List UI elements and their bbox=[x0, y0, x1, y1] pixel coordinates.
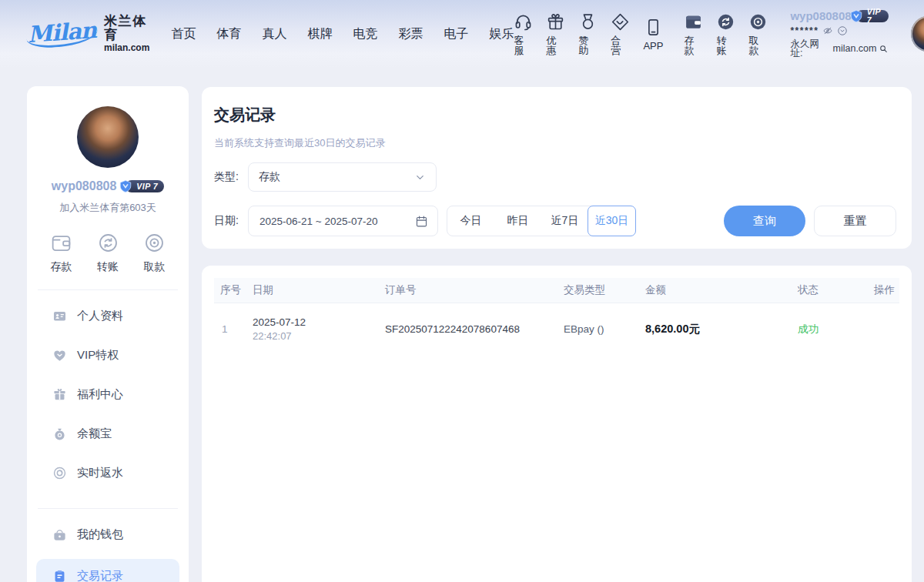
vip-shield-icon bbox=[119, 179, 132, 193]
sidebar-item-transactions[interactable]: 交易记录 bbox=[36, 559, 179, 582]
wallet-outline-icon bbox=[50, 232, 72, 254]
query-button[interactable]: 查询 bbox=[724, 206, 805, 236]
menu-item-live[interactable]: 真人 bbox=[262, 26, 286, 42]
gift-filled-icon bbox=[52, 387, 67, 402]
menu-item-cards[interactable]: 棋牌 bbox=[307, 26, 332, 42]
headset-icon bbox=[514, 12, 533, 32]
withdraw-label: 取款 bbox=[748, 35, 768, 55]
brand-logo-script: Milan bbox=[25, 18, 99, 48]
brand-name-cn: 米兰体育 bbox=[104, 15, 149, 43]
phone-icon bbox=[644, 18, 663, 37]
partner-label: 合营 bbox=[611, 35, 630, 55]
sidebar-withdraw-button[interactable]: 取款 bbox=[143, 232, 166, 274]
sidebar-deposit-label: 存款 bbox=[51, 260, 72, 274]
eye-off-icon[interactable] bbox=[822, 25, 833, 36]
col-header-date: 日期 bbox=[253, 283, 385, 297]
sidebar-item-label: 我的钱包 bbox=[77, 527, 123, 542]
vip-label: VIP 7 bbox=[867, 8, 883, 24]
transfer-label: 转账 bbox=[716, 35, 735, 55]
sidebar-item-wallet[interactable]: 我的钱包 bbox=[27, 515, 189, 554]
type-select-value: 存款 bbox=[259, 170, 280, 184]
col-header-index: 序号 bbox=[214, 283, 253, 297]
sidebar-deposit-button[interactable]: 存款 bbox=[50, 232, 72, 274]
page-subtitle: 当前系统支持查询最近30日的交易记录 bbox=[214, 136, 896, 150]
masked-balance: ****** bbox=[790, 26, 819, 35]
sponsor-label: 赞助 bbox=[578, 35, 598, 55]
medal-icon bbox=[578, 12, 598, 32]
promo-button[interactable]: 优惠 bbox=[546, 12, 565, 55]
partner-button[interactable]: 合营 bbox=[611, 12, 630, 55]
user-avatar[interactable] bbox=[911, 16, 924, 52]
app-label: APP bbox=[643, 41, 663, 51]
transaction-filter-panel: 交易记录 当前系统支持查询最近30日的交易记录 类型: 存款 日期: 2025-… bbox=[202, 87, 912, 249]
sidebar-item-label: 交易记录 bbox=[77, 569, 123, 582]
purse-icon bbox=[52, 527, 67, 542]
menu-item-entertainment[interactable]: 娱乐 bbox=[489, 26, 514, 42]
withdraw-button[interactable]: 取款 bbox=[748, 12, 768, 55]
profile-sidebar: wyp080808 VIP 7 加入米兰体育第603天 存款 bbox=[27, 86, 189, 582]
menu-item-sports[interactable]: 体育 bbox=[216, 26, 241, 42]
service-button[interactable]: 客服 bbox=[514, 12, 533, 55]
range-today-button[interactable]: 今日 bbox=[447, 206, 494, 236]
app-button[interactable]: APP bbox=[643, 18, 663, 51]
sidebar-item-label: 余额宝 bbox=[77, 426, 112, 441]
cell-date: 2025-07-12 22:42:07 bbox=[253, 316, 385, 342]
clipboard-icon bbox=[52, 569, 67, 582]
date-range-input[interactable]: 2025-06-21 ~ 2025-07-20 bbox=[248, 206, 438, 236]
menu-item-home[interactable]: 首页 bbox=[171, 26, 196, 42]
range-30days-button[interactable]: 近30日 bbox=[588, 206, 636, 236]
vip-shield-icon bbox=[849, 9, 863, 23]
type-select[interactable]: 存款 bbox=[248, 162, 437, 192]
page-title: 交易记录 bbox=[214, 105, 896, 125]
gift-icon bbox=[546, 12, 565, 32]
sidebar-item-label: VIP特权 bbox=[77, 348, 119, 363]
service-label: 客服 bbox=[514, 35, 533, 55]
cell-date-day: 2025-07-12 bbox=[253, 316, 385, 328]
brand-domain: milan.com bbox=[104, 43, 149, 53]
range-yesterday-button[interactable]: 昨日 bbox=[494, 206, 541, 236]
sidebar-item-label: 实时返水 bbox=[77, 466, 123, 480]
sponsor-button[interactable]: 赞助 bbox=[578, 12, 598, 55]
table-row: 1 2025-07-12 22:42:07 SF2025071222420786… bbox=[214, 303, 899, 355]
handshake-diamond-icon bbox=[611, 12, 630, 32]
cell-amount: 8,620.00元 bbox=[645, 322, 798, 336]
brand-logo[interactable]: Milan 米兰体育 milan.com bbox=[26, 15, 149, 54]
sidebar-item-welfare[interactable]: 福利中心 bbox=[27, 375, 189, 414]
menu-item-lottery[interactable]: 彩票 bbox=[398, 26, 423, 42]
coin-outline-icon bbox=[143, 232, 166, 254]
rebate-icon bbox=[52, 466, 67, 480]
profile-avatar[interactable] bbox=[77, 106, 139, 168]
type-label: 类型: bbox=[214, 170, 248, 184]
promo-label: 优惠 bbox=[546, 35, 565, 55]
cell-status: 成功 bbox=[798, 323, 862, 336]
username[interactable]: wyp080808 bbox=[790, 10, 851, 22]
profile-username: wyp080808 bbox=[52, 179, 117, 193]
col-header-order: 订单号 bbox=[385, 283, 564, 297]
main-menu: 首页 体育 真人 棋牌 电竞 彩票 电子 娱乐 bbox=[171, 26, 514, 42]
coin-filled-icon bbox=[748, 12, 768, 32]
sidebar-transfer-button[interactable]: 转账 bbox=[97, 232, 119, 274]
sidebar-item-profile[interactable]: 个人资料 bbox=[27, 296, 189, 336]
vip-badge: VIP 7 bbox=[856, 10, 889, 22]
wallet-quick-actions: 存款 转账 取款 bbox=[27, 232, 189, 274]
chevron-circle-icon[interactable] bbox=[837, 25, 848, 36]
sidebar-item-rebate[interactable]: 实时返水 bbox=[27, 453, 189, 493]
col-header-type: 交易类型 bbox=[564, 283, 645, 297]
menu-item-slots[interactable]: 电子 bbox=[444, 26, 468, 42]
range-7days-button[interactable]: 近7日 bbox=[541, 206, 588, 236]
deposit-button[interactable]: 存款 bbox=[684, 12, 703, 55]
sidebar-item-yuebao[interactable]: 余额宝 bbox=[27, 414, 189, 453]
reset-button[interactable]: 重置 bbox=[814, 206, 896, 236]
transfer-filled-icon bbox=[716, 12, 735, 32]
table-header-row: 序号 日期 订单号 交易类型 金额 状态 操作 bbox=[214, 278, 899, 303]
sidebar-item-label: 福利中心 bbox=[77, 387, 123, 402]
type-filter-row: 类型: 存款 bbox=[214, 162, 896, 192]
transfer-button[interactable]: 转账 bbox=[716, 12, 735, 55]
deposit-label: 存款 bbox=[684, 35, 703, 55]
menu-item-esports[interactable]: 电竞 bbox=[353, 26, 377, 42]
col-header-action: 操作 bbox=[862, 283, 899, 297]
search-icon[interactable] bbox=[879, 44, 889, 54]
sidebar-item-vip[interactable]: VIP特权 bbox=[27, 336, 189, 375]
money-bag-icon bbox=[52, 426, 67, 441]
cell-date-time: 22:42:07 bbox=[253, 330, 385, 342]
